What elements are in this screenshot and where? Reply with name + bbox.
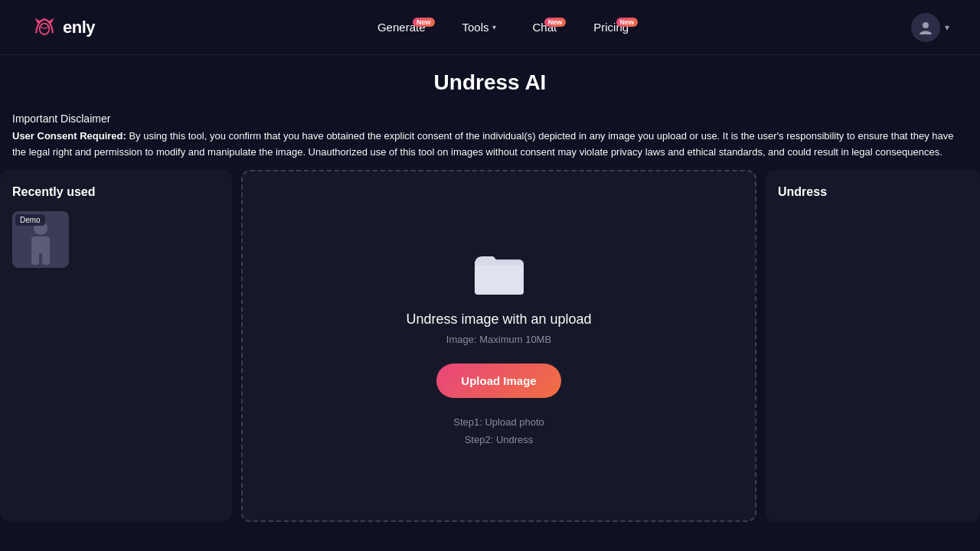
navbar: enly Generate New Tools ▾ Chat New Prici… <box>0 0 980 55</box>
nav-label-tools: Tools <box>462 21 489 34</box>
disclaimer-heading: Important Disclaimer <box>12 110 968 127</box>
svg-rect-6 <box>42 251 50 265</box>
svg-rect-4 <box>31 236 50 253</box>
logo[interactable]: enly <box>31 14 95 41</box>
upload-title: Undress image with an upload <box>406 311 591 328</box>
thumbnail-image: Demo <box>12 211 69 268</box>
nav-item-chat[interactable]: Chat New <box>518 15 573 40</box>
page-title: Undress AI <box>0 70 980 95</box>
svg-point-1 <box>923 22 929 28</box>
logo-text: enly <box>63 18 95 37</box>
left-panel: Recently used Demo <box>0 170 232 522</box>
upload-image-button[interactable]: Upload Image <box>436 364 560 398</box>
logo-icon <box>31 14 58 41</box>
nav-item-tools[interactable]: Tools ▾ <box>447 15 511 40</box>
svg-rect-5 <box>31 251 39 265</box>
step1-text: Step1: Upload photo <box>453 413 544 431</box>
folder-icon <box>472 243 527 298</box>
chevron-down-icon: ▾ <box>492 23 496 31</box>
nav-links: Generate New Tools ▾ Chat New Pricing Ne… <box>95 15 911 40</box>
upload-panel: Undress image with an upload Image: Maxi… <box>241 170 756 522</box>
disclaimer-bar: Important Disclaimer User Consent Requir… <box>0 107 980 170</box>
columns-layout: Recently used Demo <box>0 170 980 522</box>
step2-text: Step2: Undress <box>453 431 544 448</box>
user-menu[interactable]: ▾ <box>911 13 949 42</box>
undress-panel-title: Undress <box>778 185 968 199</box>
avatar <box>911 13 940 42</box>
upload-subtitle: Image: Maximum 10MB <box>446 334 551 345</box>
nav-item-generate[interactable]: Generate New <box>362 15 441 40</box>
main-content: Undress AI Important Disclaimer User Con… <box>0 55 980 522</box>
disclaimer-bold: User Consent Required: <box>12 130 126 142</box>
disclaimer-text: By using this tool, you confirm that you… <box>12 130 953 158</box>
upload-steps: Step1: Upload photo Step2: Undress <box>453 413 544 449</box>
nav-item-pricing[interactable]: Pricing New <box>578 15 644 40</box>
thumbnail-item[interactable]: Demo <box>12 211 69 268</box>
disclaimer-body: User Consent Required: By using this too… <box>12 129 968 161</box>
recently-used-title: Recently used <box>12 185 220 199</box>
chevron-down-icon: ▾ <box>945 22 949 33</box>
right-panel: Undress <box>766 170 980 522</box>
demo-badge: Demo <box>15 214 45 226</box>
svg-rect-8 <box>475 266 524 295</box>
nav-badge-generate: New <box>413 18 435 27</box>
nav-badge-pricing: New <box>616 18 639 27</box>
nav-badge-chat: New <box>544 18 567 27</box>
